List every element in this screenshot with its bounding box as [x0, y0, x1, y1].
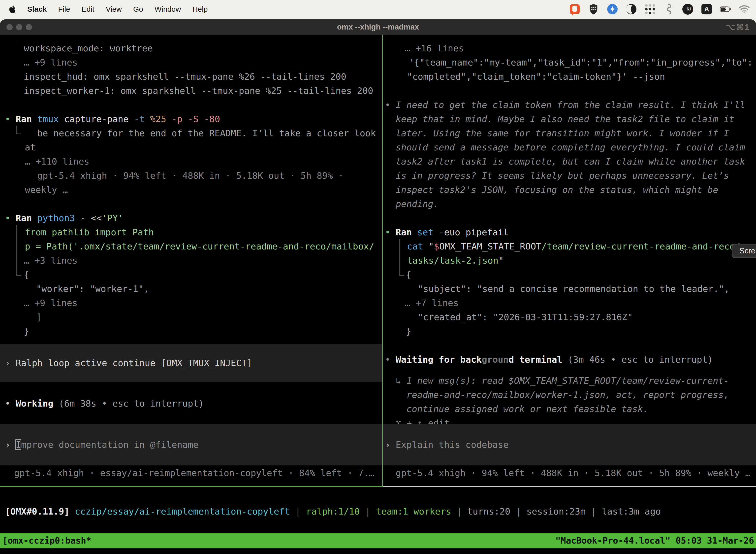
hook-icon[interactable] — [663, 3, 675, 15]
text-segment: (3m 46s • esc to interrupt) — [562, 354, 713, 365]
text-segment: ] — [36, 312, 42, 322]
pane-right[interactable]: … +16 lines'{"team_name":"my-team","task… — [383, 35, 756, 486]
menu-item-go[interactable]: Go — [133, 5, 143, 13]
text-segment: • — [385, 354, 396, 365]
text-segment: "created_at": "2026-03-31T11:59:27.816Z" — [418, 312, 633, 322]
text-segment: … +110 lines — [25, 156, 89, 167]
screen-overlay-tooltip: Scre — [732, 244, 756, 258]
shield-app-icon[interactable] — [588, 3, 599, 15]
menu-item-edit[interactable]: Edit — [82, 5, 94, 13]
dots-grid-icon[interactable] — [644, 3, 656, 15]
text-segment: -euo pipefail — [433, 227, 508, 237]
terminal-line: '{"team_name":"my-team","task_id":"1","f… — [383, 55, 756, 69]
text-segment: inspect_worker-1: omx sparkshell --tmux-… — [24, 86, 373, 96]
omx-status-segment: | — [290, 506, 306, 516]
terminal-line: gpt-5.4 xhigh · essay/ai-reimplementatio… — [0, 466, 382, 480]
terminal-line — [383, 338, 756, 352]
terminal-line: inspect task2's JSON, focusing on the st… — [383, 183, 756, 197]
ralph-inject-band[interactable]: › Ralph loop active continue [OMX_TMUX_I… — [0, 344, 382, 382]
text-segment: Waiting for back — [396, 354, 482, 365]
text-segment: later. Using the same for transition mig… — [396, 128, 729, 138]
text-segment: mprove documentation in @filename — [21, 440, 198, 450]
tmux-panes: workspace_mode: worktree… +9 linesinspec… — [0, 35, 756, 486]
terminal-line: task2 after task1 is complete, but can I… — [383, 154, 756, 169]
badge-61-icon[interactable]: ..61 — [682, 3, 693, 15]
window-shortcut-hint: ⌥⌘1 — [726, 22, 750, 32]
tmux-status-bar[interactable]: [omx-cczip0:bash* "MacBook-Pro-44.local"… — [0, 533, 756, 548]
omx-status-segment: session:23m — [526, 506, 585, 516]
terminal-line: … +3 lines — [0, 254, 382, 268]
omx-status-segment — [69, 506, 75, 516]
compose-input-band[interactable]: › Explain this codebase — [383, 424, 756, 465]
text-segment: - << — [75, 213, 102, 223]
text-segment: $ — [434, 241, 439, 252]
text-segment: "completed","claim_token":"claim-token"}… — [407, 71, 665, 82]
text-segment: be necessary for the end of the README. … — [37, 128, 376, 138]
text-segment: • — [5, 213, 16, 223]
wifi-icon[interactable] — [739, 3, 750, 15]
terminal-line: later. Using the same for transition mig… — [383, 126, 756, 140]
text-segment: pending. — [396, 199, 439, 209]
terminal-line: from pathlib import Path — [0, 225, 382, 239]
battery-icon[interactable] — [720, 3, 731, 15]
terminal-line: readme-and-reco/mailbox/worker-1.json, a… — [383, 388, 756, 402]
terminal-line: be necessary for the end of the README. … — [0, 126, 382, 140]
omx-status-segment: [OMX#0.11.9] — [5, 506, 69, 516]
text-segment: Ran — [396, 227, 412, 237]
menu-app-name[interactable]: Slack — [27, 5, 47, 13]
moon-app-icon[interactable] — [626, 3, 637, 15]
text-segment: (6m 38s • esc to interrupt) — [53, 398, 204, 408]
text-segment: • — [385, 227, 396, 237]
text-segment: › — [5, 358, 16, 368]
menu-item-view[interactable]: View — [106, 5, 122, 13]
apple-menu-icon[interactable] — [9, 5, 16, 13]
menu-item-help[interactable]: Help — [192, 5, 208, 13]
close-window-button[interactable] — [6, 24, 13, 30]
text-segment: tasks/task-2.json — [407, 256, 498, 266]
window-title-bar[interactable]: omx --xhigh --madmax ⌥⌘1 — [0, 19, 756, 35]
minimize-window-button[interactable] — [16, 24, 22, 30]
terminal-line: at — [0, 140, 382, 154]
terminal-line: should send a message before completing … — [383, 140, 756, 154]
text-segment: " — [429, 241, 434, 252]
tmux-session-window[interactable]: [omx-cczip0:bash* — [2, 536, 91, 546]
text-segment: I — [16, 440, 21, 450]
terminal-line: { — [383, 268, 756, 282]
terminal-line: … +9 lines — [0, 296, 382, 310]
keyboard-input-icon[interactable]: A — [701, 3, 712, 15]
terminal-line: "completed","claim_token":"claim-token"}… — [383, 69, 756, 84]
text-segment: … +16 lines — [405, 43, 464, 53]
terminal-line: • Waiting for background terminal (3m 46… — [383, 352, 756, 367]
text-segment: -p — [172, 114, 182, 124]
compose-input-band[interactable]: › Improve documentation in @filename — [0, 424, 382, 465]
text-segment: … +7 lines — [405, 298, 459, 308]
zoom-window-button[interactable] — [26, 24, 32, 30]
pane-right-bottom: › Explain this codebasegpt-5.4 xhigh · 9… — [383, 424, 756, 480]
terminal-window: omx --xhigh --madmax ⌥⌘1 workspace_mode:… — [0, 19, 756, 554]
terminal-line: workspace_mode: worktree — [0, 41, 382, 55]
text-segment: workspace_mode: worktree — [24, 43, 153, 53]
terminal-line: … +110 lines — [0, 154, 382, 169]
text-segment: capture-pane — [59, 114, 134, 124]
spacer — [0, 338, 382, 344]
menu-item-window[interactable]: Window — [154, 5, 181, 13]
text-segment: '{"team_name":"my-team","task_id":"1","f… — [408, 57, 753, 67]
text-segment: Explain this codebase — [396, 440, 508, 450]
terminal-line: } — [383, 324, 756, 338]
menu-item-file[interactable]: File — [58, 5, 70, 13]
text-segment: • — [5, 114, 16, 124]
pane-left[interactable]: workspace_mode: worktree… +9 linesinspec… — [0, 35, 382, 486]
spacer — [0, 382, 382, 396]
menu-bar: Slack File Edit View Go Window Help — [0, 0, 756, 18]
text-segment: I need to get the claim token from the c… — [396, 100, 745, 110]
text-segment: Ran — [16, 114, 32, 124]
terminal-line: inspect_worker-1: omx sparkshell --tmux-… — [0, 84, 382, 98]
notification-app-icon[interactable] — [569, 3, 580, 15]
tmux-host-clock: "MacBook-Pro-44.local" 05:03 31-Mar-26 — [555, 536, 754, 546]
terminal-line: "subject": "send a concise recommendatio… — [383, 282, 756, 296]
network-app-icon[interactable] — [607, 3, 618, 15]
text-segment: 1 new msg(s): read $OMX_TEAM_STATE_ROOT/… — [406, 376, 729, 386]
text-segment: gpt-5.4 xhigh · 94% left · 488K in · 5.1… — [396, 468, 750, 478]
window-title: omx --xhigh --madmax — [337, 22, 419, 32]
text-segment: at — [25, 142, 36, 152]
